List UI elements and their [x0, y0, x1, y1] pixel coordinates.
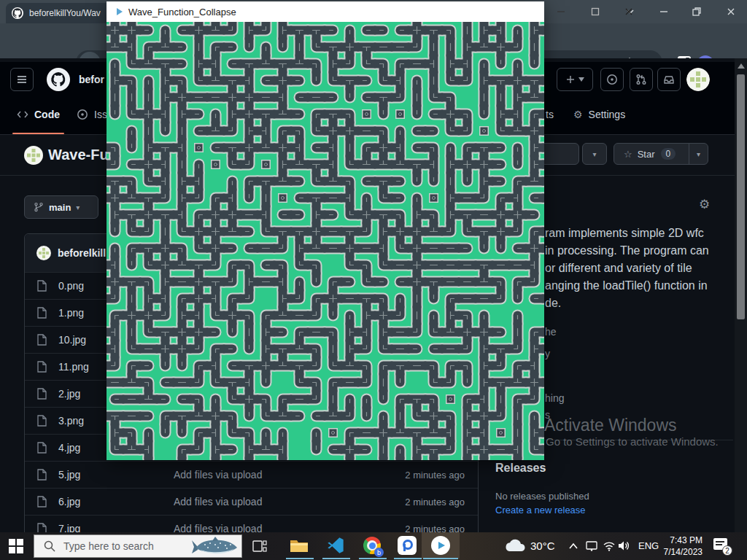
language-indicator[interactable]: ENG [638, 540, 659, 551]
running-indicator [286, 558, 314, 559]
sketch-app-icon [117, 8, 123, 15]
wfc-app-window: Wave_Function_Collapse [107, 1, 544, 460]
repo-owner-avatar [24, 146, 43, 165]
browser-close-icon[interactable] [726, 7, 736, 17]
taskbar: Type here to search b [0, 532, 747, 560]
branch-name: main [49, 202, 71, 213]
running-indicator [322, 558, 350, 559]
file-icon [36, 415, 47, 427]
wfc-sketch-taskbar-icon[interactable] [422, 532, 460, 559]
activate-windows-watermark: Activate Windows [544, 416, 677, 435]
about-description: ram implements simple 2D wfc in processi… [545, 225, 733, 312]
wfc-pattern-canvas [107, 22, 544, 460]
tab-issues[interactable]: Iss [77, 109, 107, 120]
about-gear-icon[interactable]: ⚙ [699, 197, 710, 211]
about-sidebar-fragment: hing [545, 392, 564, 404]
running-indicator [394, 558, 422, 559]
vscode-taskbar-icon[interactable] [318, 532, 353, 559]
create-new-button[interactable] [557, 68, 593, 91]
wfc-minimize-icon[interactable] [555, 6, 567, 18]
issues-header-icon[interactable] [600, 68, 624, 91]
weather-cloud-icon[interactable] [503, 538, 527, 554]
releases-title: Releases [495, 462, 546, 475]
tab-insights-fragment[interactable]: ts [546, 109, 554, 120]
file-explorer-taskbar-icon[interactable] [282, 532, 317, 559]
file-icon [36, 523, 47, 532]
wfc-close-icon[interactable] [623, 6, 635, 18]
chrome-taskbar-icon[interactable]: b [355, 532, 390, 559]
fork-dropdown-button[interactable]: ▾ [582, 143, 607, 165]
gear-icon: ⚙ [573, 109, 583, 120]
tab-code[interactable]: Code [17, 109, 60, 120]
file-icon [36, 280, 47, 292]
browser-restore-icon[interactable] [692, 7, 702, 17]
processing-taskbar-icon[interactable] [390, 532, 425, 559]
notification-center-icon[interactable]: 2 [713, 538, 729, 553]
volume-icon[interactable] [618, 540, 632, 551]
chrome-profile-badge: b [374, 548, 384, 557]
search-input[interactable]: Type here to search [34, 534, 242, 558]
page-scrollbar[interactable] [735, 58, 747, 532]
chevron-down-icon: ▾ [76, 203, 80, 211]
about-sidebar-fragment: y [545, 348, 550, 359]
tab-settings[interactable]: ⚙ Settings [573, 109, 625, 120]
running-indicator [423, 558, 458, 559]
file-icon [36, 496, 47, 508]
commit-author[interactable]: beforelkill [58, 247, 106, 259]
screen: beforelkillYou/Wav g ☆ b befor [0, 0, 747, 560]
search-icon [43, 540, 56, 553]
notification-count-badge: 2 [722, 545, 732, 556]
repo-title[interactable]: Wave-Fu [48, 147, 109, 163]
star-count: 0 [661, 148, 676, 160]
file-icon [36, 442, 47, 454]
inbox-icon[interactable] [657, 68, 681, 91]
commit-author-avatar[interactable] [36, 246, 51, 260]
scrollbar-up-arrow-icon[interactable] [738, 63, 745, 69]
star-button[interactable]: ☆ Star 0 ▾ [614, 143, 708, 165]
wfc-window-title: Wave_Function_Collapse [128, 7, 236, 18]
chevron-down-icon: ▾ [592, 150, 596, 158]
weather-temp[interactable]: 30°C [530, 540, 555, 552]
table-row[interactable]: 5.jpgAdd files via upload2 minutes ago [25, 461, 478, 488]
file-icon [36, 361, 47, 373]
clock-time: 7:43 PM [660, 534, 703, 546]
wifi-icon[interactable] [603, 540, 616, 551]
user-avatar[interactable] [686, 68, 710, 91]
chevron-down-icon: ▾ [697, 150, 700, 158]
file-icon [36, 469, 47, 481]
star-icon: ☆ [624, 149, 632, 160]
github-favicon-icon [12, 7, 23, 19]
pull-requests-header-icon[interactable] [630, 68, 653, 91]
tray-chevron-up-icon[interactable] [568, 542, 578, 550]
wfc-titlebar[interactable]: Wave_Function_Collapse [107, 1, 544, 22]
activate-windows-watermark-sub: Go to Settings to activate Windows. [546, 435, 719, 448]
active-tab-underline [12, 133, 64, 134]
about-sidebar-fragment: he [545, 326, 557, 338]
task-view-icon[interactable] [252, 540, 267, 553]
tab-title: beforelkillYou/Wav [29, 8, 101, 18]
branch-selector[interactable]: main ▾ [24, 195, 98, 219]
table-row[interactable]: 7.jpgAdd files via upload2 minutes ago [25, 515, 478, 532]
running-indicator [359, 558, 387, 559]
whale-shark-image [190, 536, 239, 556]
file-icon [36, 334, 47, 346]
releases-empty-text: No releases published [495, 491, 589, 502]
hamburger-menu-icon[interactable] [10, 68, 34, 91]
scrollbar-thumb[interactable] [737, 74, 745, 319]
github-logo-icon[interactable] [47, 68, 70, 91]
create-release-link[interactable]: Create a new release [495, 505, 586, 516]
clock-date: 7/14/2023 [660, 546, 703, 558]
wfc-maximize-icon[interactable] [589, 6, 601, 18]
table-row[interactable]: 6.jpgAdd files via upload2 minutes ago [25, 488, 478, 515]
browser-minimize-icon[interactable] [659, 7, 669, 17]
clock[interactable]: 7:43 PM 7/14/2023 [660, 534, 703, 558]
breadcrumb-owner[interactable]: befor [79, 74, 104, 85]
file-icon [36, 388, 47, 400]
star-dropdown-button[interactable]: ▾ [689, 144, 708, 164]
start-button[interactable] [9, 539, 23, 553]
connect-icon[interactable] [585, 540, 598, 552]
file-icon [36, 307, 47, 319]
